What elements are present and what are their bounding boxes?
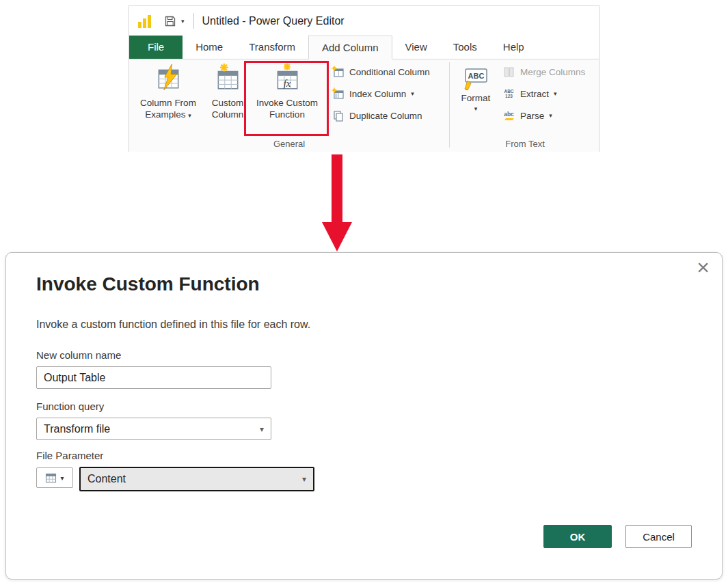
parse-button[interactable]: abc Parse ▾ [502,108,585,123]
button-label: Invoke Custom Function [256,98,318,120]
dropdown-value: Transform file [44,423,110,435]
invoke-custom-function-button[interactable]: fx Invoke Custom Function [252,64,322,120]
parameter-type-button[interactable]: ▾ [36,467,73,488]
chevron-down-icon: ▾ [60,474,64,482]
tab-home[interactable]: Home [183,36,236,59]
function-query-label: Function query [36,400,104,412]
ok-button[interactable]: OK [543,525,612,548]
file-parameter-label: File Parameter [36,450,103,461]
button-label: Conditional Column [349,67,430,77]
duplicate-column-icon [332,109,345,122]
quick-access-chevron-down-icon[interactable]: ▾ [181,18,185,25]
button-label: Custom Column [212,98,244,120]
tab-file[interactable]: File [129,36,183,59]
save-icon[interactable] [164,15,176,27]
extract-button[interactable]: ABC 123 Extract ▾ [502,86,585,101]
button-label: Merge Columns [520,67,585,77]
duplicate-column-button[interactable]: Duplicate Column [332,108,430,123]
button-label: Duplicate Column [349,111,422,121]
abc-glyph: ABC [468,72,485,80]
index-column-icon [332,87,345,100]
custom-column-button[interactable]: Custom Column [206,64,250,120]
group-label-general: General [129,139,449,149]
power-bi-logo-icon [138,14,152,28]
tab-add-column[interactable]: Add Column [308,36,392,59]
index-column-button[interactable]: Index Column ▾ [332,86,430,101]
ribbon-tab-bar: File Home Transform Add Column View Tool… [129,36,599,59]
icon-text-line: 123 [505,94,513,98]
table-lightning-icon [154,64,183,92]
tab-help[interactable]: Help [490,36,537,59]
new-column-name-label: New column name [36,349,121,361]
format-button[interactable]: ABC Format ▾ [456,64,496,112]
function-query-dropdown[interactable]: Transform file ▾ [36,418,271,440]
parse-abc-icon: abc [502,109,515,122]
conditional-column-icon [332,66,345,79]
chevron-down-icon: ▾ [260,424,264,434]
tab-transform[interactable]: Transform [236,36,308,59]
dialog-title: Invoke Custom Function [36,273,260,295]
red-arrow-annotation [320,154,354,252]
table-sparkle-icon [213,64,242,92]
close-icon[interactable]: × [697,254,710,280]
chevron-down-icon: ▾ [302,474,306,484]
chevron-down-icon: ▾ [188,112,191,119]
format-abc-icon: ABC [461,64,490,91]
chevron-down-icon: ▾ [554,90,557,97]
tab-tools[interactable]: Tools [440,36,490,59]
general-small-buttons: Conditional Column Index Column ▾ [332,64,430,123]
button-label: Format [461,93,491,103]
title-bar: ▾ Untitled - Power Query Editor [129,6,599,36]
button-label: Extract [520,89,549,99]
fx-glyph: fx [284,78,291,89]
button-label: Index Column [349,89,406,99]
dialog-description: Invoke a custom function defined in this… [36,318,310,331]
chevron-down-icon: ▾ [474,105,478,112]
from-text-small-buttons: Merge Columns ABC 123 Extract ▾ abc Pars… [502,64,585,123]
chevron-down-icon: ▾ [411,90,414,97]
icon-text-line: ABC [504,89,513,94]
screenshot-canvas: ▾ Untitled - Power Query Editor File Hom… [0,0,728,585]
cancel-button[interactable]: Cancel [625,525,692,548]
column-from-examples-button[interactable]: Column From Examples ▾ [132,64,204,122]
ribbon-group-separator [449,62,450,148]
dropdown-value: Content [87,473,126,485]
button-label: Parse [520,111,544,121]
power-query-editor-window: ▾ Untitled - Power Query Editor File Hom… [129,5,599,152]
chevron-down-icon: ▾ [549,112,552,119]
table-icon [45,472,57,484]
merge-columns-button: Merge Columns [502,64,585,79]
tab-view[interactable]: View [392,36,440,59]
table-fx-icon: fx [273,64,301,92]
icon-text-line: abc [504,111,514,118]
conditional-column-button[interactable]: Conditional Column [332,64,430,79]
titlebar-divider [193,13,194,29]
new-column-name-input[interactable] [36,366,271,389]
window-title: Untitled - Power Query Editor [202,15,345,27]
file-parameter-dropdown[interactable]: Content ▾ [79,467,314,491]
ribbon-content: Column From Examples ▾ Custo [129,59,599,152]
group-label-from-text: From Text [450,139,599,149]
invoke-custom-function-dialog: × Invoke Custom Function Invoke a custom… [5,252,723,580]
extract-abc123-icon: ABC 123 [502,87,515,100]
highlighter-mark-icon [504,118,514,120]
merge-columns-icon [502,66,515,79]
